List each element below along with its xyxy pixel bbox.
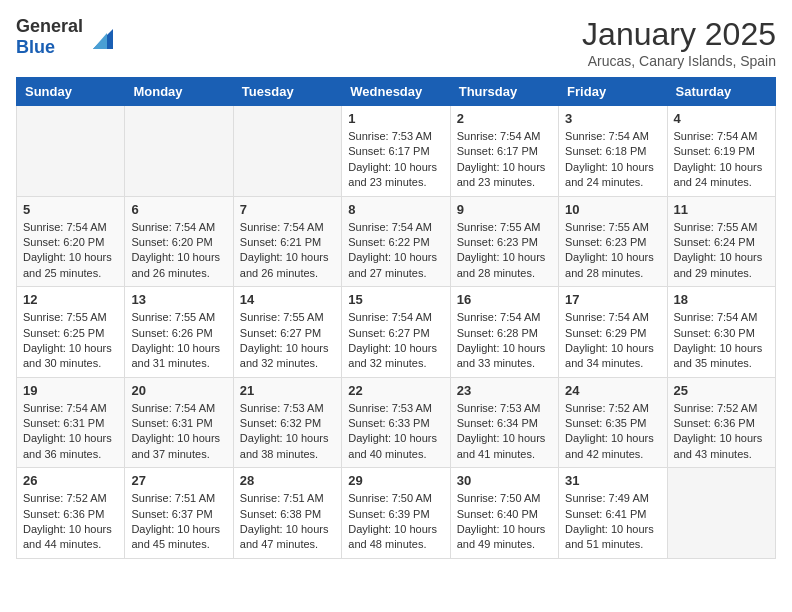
calendar-cell — [233, 106, 341, 197]
calendar-cell: 3Sunrise: 7:54 AM Sunset: 6:18 PM Daylig… — [559, 106, 667, 197]
cell-content: Sunrise: 7:53 AM Sunset: 6:34 PM Dayligh… — [457, 401, 552, 463]
logo-icon — [85, 21, 117, 53]
location: Arucas, Canary Islands, Spain — [582, 53, 776, 69]
day-number: 27 — [131, 473, 226, 488]
calendar-cell: 27Sunrise: 7:51 AM Sunset: 6:37 PM Dayli… — [125, 468, 233, 559]
calendar-table: SundayMondayTuesdayWednesdayThursdayFrid… — [16, 77, 776, 559]
cell-content: Sunrise: 7:54 AM Sunset: 6:20 PM Dayligh… — [131, 220, 226, 282]
weekday-header-row: SundayMondayTuesdayWednesdayThursdayFrid… — [17, 78, 776, 106]
calendar-cell: 17Sunrise: 7:54 AM Sunset: 6:29 PM Dayli… — [559, 287, 667, 378]
calendar-cell: 12Sunrise: 7:55 AM Sunset: 6:25 PM Dayli… — [17, 287, 125, 378]
cell-content: Sunrise: 7:54 AM Sunset: 6:21 PM Dayligh… — [240, 220, 335, 282]
day-number: 11 — [674, 202, 769, 217]
day-number: 20 — [131, 383, 226, 398]
cell-content: Sunrise: 7:53 AM Sunset: 6:33 PM Dayligh… — [348, 401, 443, 463]
calendar-cell: 6Sunrise: 7:54 AM Sunset: 6:20 PM Daylig… — [125, 196, 233, 287]
cell-content: Sunrise: 7:50 AM Sunset: 6:40 PM Dayligh… — [457, 491, 552, 553]
calendar-week-row: 12Sunrise: 7:55 AM Sunset: 6:25 PM Dayli… — [17, 287, 776, 378]
calendar-cell: 1Sunrise: 7:53 AM Sunset: 6:17 PM Daylig… — [342, 106, 450, 197]
weekday-header: Friday — [559, 78, 667, 106]
calendar-week-row: 26Sunrise: 7:52 AM Sunset: 6:36 PM Dayli… — [17, 468, 776, 559]
day-number: 3 — [565, 111, 660, 126]
cell-content: Sunrise: 7:54 AM Sunset: 6:17 PM Dayligh… — [457, 129, 552, 191]
day-number: 29 — [348, 473, 443, 488]
cell-content: Sunrise: 7:55 AM Sunset: 6:24 PM Dayligh… — [674, 220, 769, 282]
calendar-cell: 25Sunrise: 7:52 AM Sunset: 6:36 PM Dayli… — [667, 377, 775, 468]
day-number: 8 — [348, 202, 443, 217]
calendar-cell: 31Sunrise: 7:49 AM Sunset: 6:41 PM Dayli… — [559, 468, 667, 559]
logo-blue: Blue — [16, 37, 55, 57]
day-number: 31 — [565, 473, 660, 488]
day-number: 22 — [348, 383, 443, 398]
calendar-cell — [125, 106, 233, 197]
weekday-header: Sunday — [17, 78, 125, 106]
weekday-header: Wednesday — [342, 78, 450, 106]
cell-content: Sunrise: 7:54 AM Sunset: 6:20 PM Dayligh… — [23, 220, 118, 282]
day-number: 26 — [23, 473, 118, 488]
title-block: January 2025 Arucas, Canary Islands, Spa… — [582, 16, 776, 69]
cell-content: Sunrise: 7:55 AM Sunset: 6:25 PM Dayligh… — [23, 310, 118, 372]
cell-content: Sunrise: 7:54 AM Sunset: 6:18 PM Dayligh… — [565, 129, 660, 191]
calendar-cell: 8Sunrise: 7:54 AM Sunset: 6:22 PM Daylig… — [342, 196, 450, 287]
cell-content: Sunrise: 7:54 AM Sunset: 6:31 PM Dayligh… — [131, 401, 226, 463]
cell-content: Sunrise: 7:55 AM Sunset: 6:23 PM Dayligh… — [565, 220, 660, 282]
calendar-week-row: 19Sunrise: 7:54 AM Sunset: 6:31 PM Dayli… — [17, 377, 776, 468]
cell-content: Sunrise: 7:54 AM Sunset: 6:19 PM Dayligh… — [674, 129, 769, 191]
calendar-cell: 30Sunrise: 7:50 AM Sunset: 6:40 PM Dayli… — [450, 468, 558, 559]
day-number: 5 — [23, 202, 118, 217]
cell-content: Sunrise: 7:50 AM Sunset: 6:39 PM Dayligh… — [348, 491, 443, 553]
calendar-week-row: 5Sunrise: 7:54 AM Sunset: 6:20 PM Daylig… — [17, 196, 776, 287]
day-number: 2 — [457, 111, 552, 126]
day-number: 6 — [131, 202, 226, 217]
day-number: 13 — [131, 292, 226, 307]
calendar-cell: 28Sunrise: 7:51 AM Sunset: 6:38 PM Dayli… — [233, 468, 341, 559]
day-number: 24 — [565, 383, 660, 398]
cell-content: Sunrise: 7:55 AM Sunset: 6:23 PM Dayligh… — [457, 220, 552, 282]
weekday-header: Thursday — [450, 78, 558, 106]
calendar-cell: 11Sunrise: 7:55 AM Sunset: 6:24 PM Dayli… — [667, 196, 775, 287]
month-year: January 2025 — [582, 16, 776, 53]
day-number: 25 — [674, 383, 769, 398]
calendar-cell: 15Sunrise: 7:54 AM Sunset: 6:27 PM Dayli… — [342, 287, 450, 378]
day-number: 10 — [565, 202, 660, 217]
day-number: 1 — [348, 111, 443, 126]
calendar-cell — [667, 468, 775, 559]
calendar-cell: 14Sunrise: 7:55 AM Sunset: 6:27 PM Dayli… — [233, 287, 341, 378]
cell-content: Sunrise: 7:54 AM Sunset: 6:28 PM Dayligh… — [457, 310, 552, 372]
calendar-cell: 21Sunrise: 7:53 AM Sunset: 6:32 PM Dayli… — [233, 377, 341, 468]
cell-content: Sunrise: 7:55 AM Sunset: 6:27 PM Dayligh… — [240, 310, 335, 372]
weekday-header: Monday — [125, 78, 233, 106]
calendar-cell: 20Sunrise: 7:54 AM Sunset: 6:31 PM Dayli… — [125, 377, 233, 468]
calendar-cell: 29Sunrise: 7:50 AM Sunset: 6:39 PM Dayli… — [342, 468, 450, 559]
day-number: 17 — [565, 292, 660, 307]
logo-general: General — [16, 16, 83, 36]
day-number: 16 — [457, 292, 552, 307]
cell-content: Sunrise: 7:54 AM Sunset: 6:31 PM Dayligh… — [23, 401, 118, 463]
cell-content: Sunrise: 7:54 AM Sunset: 6:29 PM Dayligh… — [565, 310, 660, 372]
day-number: 9 — [457, 202, 552, 217]
cell-content: Sunrise: 7:54 AM Sunset: 6:22 PM Dayligh… — [348, 220, 443, 282]
cell-content: Sunrise: 7:53 AM Sunset: 6:17 PM Dayligh… — [348, 129, 443, 191]
day-number: 30 — [457, 473, 552, 488]
cell-content: Sunrise: 7:52 AM Sunset: 6:35 PM Dayligh… — [565, 401, 660, 463]
day-number: 28 — [240, 473, 335, 488]
calendar-cell: 4Sunrise: 7:54 AM Sunset: 6:19 PM Daylig… — [667, 106, 775, 197]
cell-content: Sunrise: 7:54 AM Sunset: 6:30 PM Dayligh… — [674, 310, 769, 372]
calendar-cell: 10Sunrise: 7:55 AM Sunset: 6:23 PM Dayli… — [559, 196, 667, 287]
day-number: 4 — [674, 111, 769, 126]
logo: General Blue — [16, 16, 117, 58]
day-number: 12 — [23, 292, 118, 307]
day-number: 19 — [23, 383, 118, 398]
cell-content: Sunrise: 7:51 AM Sunset: 6:38 PM Dayligh… — [240, 491, 335, 553]
calendar-cell: 23Sunrise: 7:53 AM Sunset: 6:34 PM Dayli… — [450, 377, 558, 468]
calendar-cell: 7Sunrise: 7:54 AM Sunset: 6:21 PM Daylig… — [233, 196, 341, 287]
weekday-header: Tuesday — [233, 78, 341, 106]
day-number: 14 — [240, 292, 335, 307]
cell-content: Sunrise: 7:52 AM Sunset: 6:36 PM Dayligh… — [23, 491, 118, 553]
cell-content: Sunrise: 7:51 AM Sunset: 6:37 PM Dayligh… — [131, 491, 226, 553]
calendar-week-row: 1Sunrise: 7:53 AM Sunset: 6:17 PM Daylig… — [17, 106, 776, 197]
calendar-cell: 13Sunrise: 7:55 AM Sunset: 6:26 PM Dayli… — [125, 287, 233, 378]
weekday-header: Saturday — [667, 78, 775, 106]
day-number: 15 — [348, 292, 443, 307]
calendar-cell: 2Sunrise: 7:54 AM Sunset: 6:17 PM Daylig… — [450, 106, 558, 197]
